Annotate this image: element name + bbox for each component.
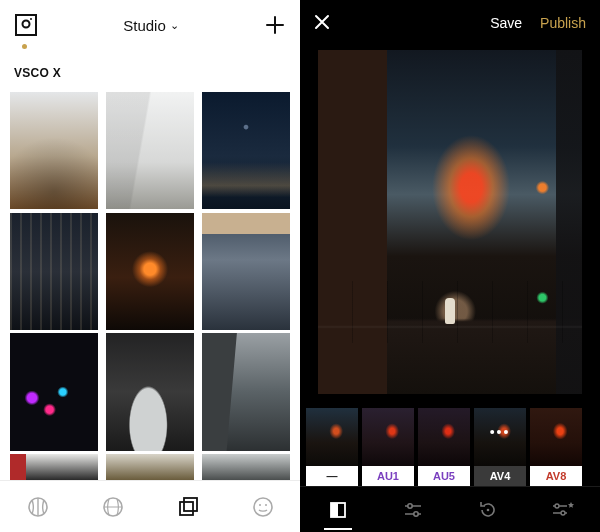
- app-logo-icon[interactable]: [14, 13, 38, 37]
- photo-grid: [0, 92, 300, 480]
- grid-thumb[interactable]: [202, 333, 290, 450]
- editor-header: Save Publish: [300, 0, 600, 46]
- notification-dot: [22, 44, 27, 49]
- grid-thumb[interactable]: [202, 454, 290, 480]
- close-icon[interactable]: [314, 14, 332, 32]
- preset-label: AU5: [433, 470, 455, 482]
- svg-point-15: [555, 504, 559, 508]
- svg-point-12: [407, 503, 411, 507]
- preset-item[interactable]: AV8: [530, 402, 582, 486]
- nav-profile-icon[interactable]: [241, 485, 285, 529]
- studio-header: Studio ⌄: [0, 0, 300, 50]
- grid-thumb[interactable]: [202, 92, 290, 209]
- studio-pane: Studio ⌄ VSCO X: [0, 0, 300, 532]
- svg-point-14: [486, 508, 489, 511]
- editor-actions: Save Publish: [490, 15, 586, 31]
- svg-point-8: [259, 504, 261, 506]
- preset-label: AV8: [546, 470, 567, 482]
- studio-title: Studio: [123, 17, 166, 34]
- nav-studio-icon[interactable]: [166, 485, 210, 529]
- preset-strip: — AU1 AU5 ••• AV4 AV8: [300, 402, 600, 486]
- svg-point-16: [561, 511, 565, 515]
- save-button[interactable]: Save: [490, 15, 522, 31]
- editor-preview[interactable]: [318, 50, 582, 394]
- preset-item-selected[interactable]: ••• AV4: [474, 402, 526, 486]
- svg-rect-6: [184, 498, 197, 511]
- preset-item[interactable]: AU1: [362, 402, 414, 486]
- studio-footer-nav: [0, 480, 300, 532]
- publish-button[interactable]: Publish: [540, 15, 586, 31]
- chevron-down-icon: ⌄: [170, 19, 179, 32]
- grid-thumb[interactable]: [106, 92, 194, 209]
- grid-thumb[interactable]: [10, 454, 98, 480]
- svg-point-7: [254, 498, 272, 516]
- studio-dropdown[interactable]: Studio ⌄: [123, 17, 179, 34]
- add-button[interactable]: [264, 14, 286, 36]
- svg-point-9: [265, 504, 267, 506]
- svg-point-2: [30, 18, 32, 20]
- editor-pane: Save Publish — AU1 AU5 ••• AV4: [300, 0, 600, 532]
- preset-label: —: [327, 470, 338, 482]
- nav-explore-icon[interactable]: [91, 485, 135, 529]
- nav-feed-icon[interactable]: [16, 485, 60, 529]
- svg-rect-11: [331, 503, 338, 517]
- preset-original[interactable]: —: [306, 402, 358, 486]
- preset-label: AV4: [490, 470, 511, 482]
- grid-thumb[interactable]: [10, 92, 98, 209]
- preset-more-icon: •••: [474, 424, 526, 440]
- svg-rect-0: [16, 15, 36, 35]
- preset-item[interactable]: AU5: [418, 402, 470, 486]
- svg-point-1: [23, 21, 30, 28]
- editor-nav-history-icon[interactable]: [468, 490, 508, 530]
- grid-thumb[interactable]: [10, 213, 98, 330]
- editor-nav-favorites-icon[interactable]: [543, 490, 583, 530]
- svg-point-13: [413, 511, 417, 515]
- svg-rect-5: [180, 502, 193, 515]
- grid-thumb[interactable]: [202, 213, 290, 330]
- editor-nav-presets-icon[interactable]: [318, 490, 358, 530]
- grid-thumb[interactable]: [10, 333, 98, 450]
- editor-footer-nav: [300, 486, 600, 532]
- grid-thumb[interactable]: [106, 333, 194, 450]
- grid-thumb[interactable]: [106, 213, 194, 330]
- preset-label: AU1: [377, 470, 399, 482]
- grid-thumb[interactable]: [106, 454, 194, 480]
- editor-nav-adjust-icon[interactable]: [393, 490, 433, 530]
- section-label: VSCO X: [0, 50, 300, 92]
